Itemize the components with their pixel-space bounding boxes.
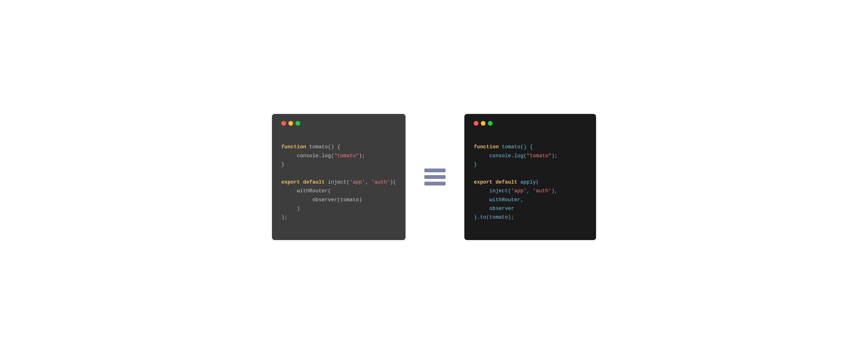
right-line-3: } bbox=[474, 162, 477, 168]
right-close-button[interactable] bbox=[474, 121, 478, 126]
main-container: function tomato() { console.log("tomato"… bbox=[258, 100, 611, 254]
left-line-7: observer(tomato) bbox=[281, 197, 362, 203]
right-code-block: function tomato() { console.log("tomato"… bbox=[474, 134, 587, 231]
right-line-2: console.log("tomato"); bbox=[474, 153, 558, 159]
left-window-controls bbox=[281, 121, 396, 126]
left-line-6: withRouter( bbox=[281, 188, 331, 194]
right-line-5: export default apply( bbox=[474, 179, 539, 185]
equals-symbol bbox=[424, 169, 445, 185]
left-minimize-button[interactable] bbox=[288, 121, 293, 126]
left-line-1: function tomato() { bbox=[281, 144, 340, 150]
left-maximize-button[interactable] bbox=[296, 121, 300, 126]
left-code-window: function tomato() { console.log("tomato"… bbox=[272, 114, 406, 240]
right-line-7: withRouter, bbox=[474, 197, 523, 203]
right-line-6: inject('app', 'auth'), bbox=[474, 188, 558, 194]
left-line-8: ) bbox=[281, 206, 300, 212]
left-line-9: ); bbox=[281, 214, 287, 220]
left-line-5: export default inject('app', 'auth')( bbox=[281, 179, 396, 185]
left-line-4 bbox=[281, 170, 284, 176]
left-line-3: } bbox=[281, 162, 284, 168]
equals-bar-3 bbox=[424, 182, 445, 185]
left-line-2: console.log("tomato"); bbox=[281, 153, 365, 159]
left-code-block: function tomato() { console.log("tomato"… bbox=[281, 134, 396, 231]
right-minimize-button[interactable] bbox=[481, 121, 486, 126]
right-line-4 bbox=[474, 170, 477, 176]
right-line-8: observer bbox=[474, 206, 514, 212]
right-code-window: function tomato() { console.log("tomato"… bbox=[464, 114, 596, 240]
left-close-button[interactable] bbox=[281, 121, 286, 126]
right-line-1: function tomato() { bbox=[474, 144, 533, 150]
equals-bar-1 bbox=[424, 169, 445, 172]
equals-bar-2 bbox=[424, 175, 445, 179]
right-window-controls bbox=[474, 121, 587, 126]
right-line-9: ).to(tomato); bbox=[474, 214, 514, 220]
right-maximize-button[interactable] bbox=[488, 121, 493, 126]
